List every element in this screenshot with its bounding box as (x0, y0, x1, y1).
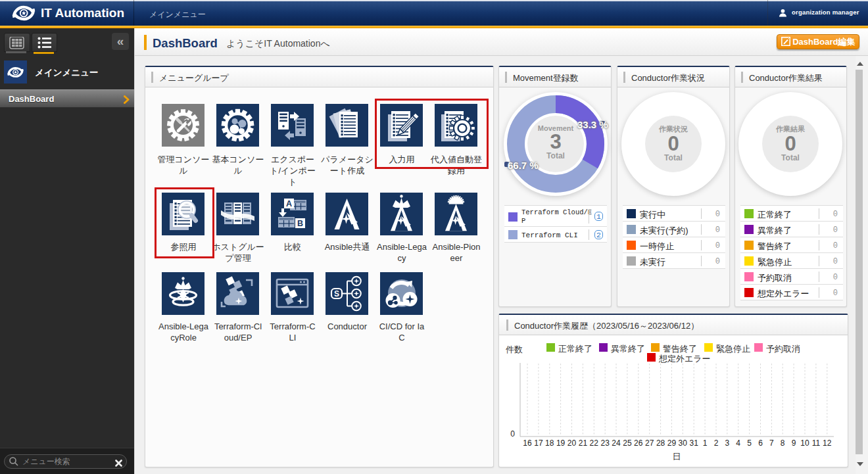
svg-text:30: 30 (679, 438, 688, 448)
svg-text:18: 18 (545, 438, 554, 448)
svg-text:A: A (286, 199, 292, 208)
svg-text:21: 21 (579, 438, 588, 448)
svg-text:S: S (334, 289, 339, 298)
svg-text:28: 28 (656, 438, 665, 448)
svg-text:31: 31 (690, 438, 699, 448)
svg-text:1: 1 (703, 438, 708, 448)
svg-text:29: 29 (667, 438, 677, 448)
svg-text:11: 11 (812, 438, 821, 448)
svg-text:5: 5 (747, 438, 752, 448)
svg-text:12: 12 (823, 438, 832, 448)
svg-text:4: 4 (736, 438, 740, 448)
svg-text:3: 3 (725, 438, 729, 448)
svg-text:7: 7 (769, 438, 774, 448)
svg-text:6: 6 (758, 438, 763, 448)
svg-text:20: 20 (567, 438, 577, 448)
svg-text:9: 9 (792, 438, 796, 448)
svg-text:19: 19 (556, 438, 566, 448)
svg-text:日: 日 (673, 452, 681, 462)
svg-text:2: 2 (714, 438, 719, 448)
svg-text:10: 10 (800, 438, 809, 448)
svg-text:25: 25 (623, 438, 632, 448)
svg-text:B: B (297, 219, 303, 228)
svg-text:16: 16 (523, 438, 532, 448)
svg-text:23: 23 (601, 438, 610, 448)
svg-text:0: 0 (510, 429, 515, 438)
svg-text:8: 8 (781, 438, 785, 448)
svg-text:17: 17 (534, 438, 543, 448)
svg-text:26: 26 (634, 438, 643, 448)
svg-text:22: 22 (590, 438, 599, 448)
svg-text:27: 27 (645, 438, 654, 448)
svg-text:24: 24 (612, 438, 621, 448)
